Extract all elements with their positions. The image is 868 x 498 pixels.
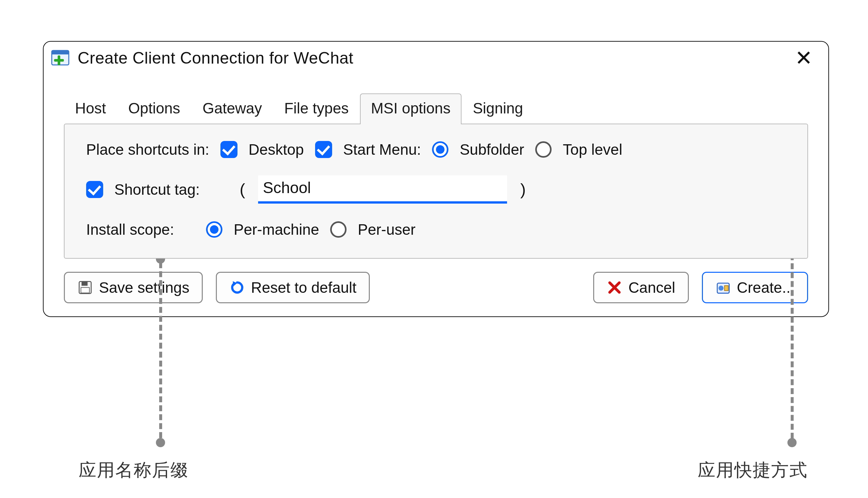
reset-default-button[interactable]: Reset to default: [216, 272, 370, 303]
paren-open: (: [238, 180, 247, 199]
label-per-user: Per-user: [358, 221, 415, 238]
radio-per-user[interactable]: [330, 221, 347, 238]
callout-dot-suffix-bottom: [156, 438, 165, 447]
checkbox-start-menu[interactable]: [315, 141, 332, 158]
cancel-label: Cancel: [628, 279, 675, 297]
radio-per-machine[interactable]: [206, 221, 222, 238]
save-settings-label: Save settings: [99, 279, 189, 297]
label-install-scope: Install scope:: [86, 221, 174, 238]
tab-host[interactable]: Host: [64, 93, 117, 123]
cancel-icon: [607, 280, 622, 296]
label-subfolder: Subfolder: [460, 141, 524, 158]
paren-close: ): [518, 180, 528, 199]
panel-msi-options: Place shortcuts in: Desktop Start Menu: …: [64, 123, 808, 259]
refresh-icon: [229, 280, 245, 296]
label-top-level: Top level: [563, 141, 622, 158]
reset-default-label: Reset to default: [251, 279, 356, 297]
titlebar: Create Client Connection for WeChat ✕: [43, 42, 828, 75]
callout-label-shortcut: 应用快捷方式: [698, 458, 808, 482]
tab-gateway[interactable]: Gateway: [191, 93, 273, 123]
label-per-machine: Per-machine: [233, 221, 319, 238]
tab-msi-options[interactable]: MSI options: [360, 93, 462, 124]
tab-options[interactable]: Options: [117, 93, 192, 123]
label-start-menu: Start Menu:: [343, 141, 421, 158]
window-title: Create Client Connection for WeChat: [78, 49, 792, 67]
callout-label-suffix: 应用名称后缀: [79, 458, 189, 482]
row-shortcut-tag: Shortcut tag: ( ): [86, 175, 786, 204]
callout-line-suffix: [159, 262, 162, 438]
svg-rect-1: [52, 51, 69, 54]
callout-dot-shortcut-bottom: [787, 438, 797, 447]
checkbox-shortcut-tag[interactable]: [86, 181, 103, 198]
close-button[interactable]: ✕: [792, 48, 816, 68]
radio-subfolder[interactable]: [432, 141, 448, 158]
checkbox-desktop[interactable]: [220, 141, 238, 158]
svg-rect-5: [82, 281, 87, 286]
svg-rect-3: [54, 59, 64, 62]
stage: Create Client Connection for WeChat ✕ Ho…: [0, 0, 868, 498]
tab-file-types[interactable]: File types: [273, 93, 360, 123]
spacer: [383, 272, 580, 303]
row-install-scope: Install scope: Per-machine Per-user: [86, 221, 786, 238]
create-label: Create...: [737, 279, 795, 297]
installer-icon: [715, 280, 731, 296]
svg-rect-12: [724, 286, 728, 290]
app-window-icon: [51, 49, 70, 67]
row-place-shortcuts: Place shortcuts in: Desktop Start Menu: …: [86, 141, 786, 158]
tab-strip: Host Options Gateway File types MSI opti…: [64, 94, 808, 123]
action-bar: Save settings Reset to default: [64, 272, 808, 303]
tab-signing[interactable]: Signing: [462, 93, 534, 123]
svg-point-11: [718, 286, 723, 290]
radio-top-level[interactable]: [535, 141, 552, 158]
svg-rect-6: [81, 288, 90, 293]
label-desktop: Desktop: [248, 141, 304, 158]
label-place-shortcuts: Place shortcuts in:: [86, 141, 209, 158]
floppy-icon: [77, 280, 93, 296]
save-settings-button[interactable]: Save settings: [64, 272, 203, 303]
label-shortcut-tag: Shortcut tag:: [114, 181, 200, 198]
cancel-button[interactable]: Cancel: [593, 272, 689, 303]
input-shortcut-tag[interactable]: [258, 175, 507, 204]
